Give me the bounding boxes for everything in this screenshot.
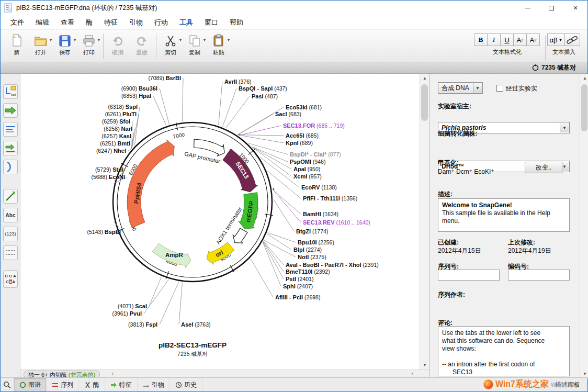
enzyme-site-label[interactable]: (6318) SspI (108, 104, 138, 110)
enzyme-site-label[interactable]: SacI (683) (275, 111, 301, 117)
menu-view[interactable]: 查看 (55, 16, 80, 29)
maximize-button[interactable] (539, 1, 563, 15)
enzyme-site-label[interactable]: (3813) FspI (128, 321, 157, 328)
enzyme-site-label[interactable]: SEC13.REV (1610 .. 1640) (303, 219, 370, 226)
enzyme-site-label[interactable]: AseI (3763) (181, 321, 211, 328)
close-button[interactable]: × (563, 1, 587, 15)
enzyme-site-label[interactable]: (6259) SfoI (102, 118, 130, 125)
tab-sequence[interactable]: 序列 (47, 378, 79, 391)
enzyme-site-label[interactable]: BspQI - SapI (437) (239, 85, 287, 92)
enzyme-site-label[interactable]: BlpI (2274) (293, 247, 322, 253)
enzyme-site-label[interactable]: (5729) StuI (95, 166, 123, 173)
greek-insert-button[interactable]: αβ▼ (547, 33, 565, 46)
enzyme-site-label[interactable]: (6257) KasI (101, 133, 131, 139)
open-dropdown-arrow[interactable]: ▼ (49, 38, 53, 42)
search-button[interactable] (1, 378, 14, 391)
superscript-button[interactable]: A2 (513, 33, 527, 46)
molecule-type-dropdown[interactable]: 合成 DNA▼ (438, 82, 483, 94)
enzyme-site-label[interactable]: PflFI - Tth111I (1356) (303, 195, 357, 201)
enzyme-site-label[interactable]: (3961) PvuI (112, 310, 142, 317)
enzyme-site-label[interactable]: EcoRV (1138) (301, 184, 337, 191)
feature-arrow-pphis4[interactable] (127, 140, 174, 228)
enzyme-site-label[interactable]: PasI (487) (252, 93, 278, 99)
redo-button[interactable]: 重做 (130, 31, 154, 57)
open-button[interactable]: ▼ 打开 (29, 31, 53, 57)
enzyme-site-label[interactable]: (6251) BmtI (100, 140, 130, 147)
menu-primers[interactable]: 引物 (123, 16, 149, 29)
cut-button[interactable]: ▼ 剪切 (159, 31, 183, 57)
canvas-vertical-scrollbar[interactable]: ▲ ▼ (420, 74, 429, 369)
enzyme-site-label[interactable]: Bpu10I (2256) (298, 239, 334, 245)
save-button[interactable]: ▼ 保存 (53, 31, 77, 57)
menu-help[interactable]: 帮助 (224, 16, 249, 29)
tab-history[interactable]: 历史 (170, 378, 202, 391)
enzyme-site-label[interactable]: BtgZI (1774) (296, 228, 328, 234)
italic-button[interactable]: I (487, 33, 501, 46)
edit-annotation-button[interactable] (3, 189, 18, 204)
verified-checkbox-row[interactable]: 经过实验实 (496, 84, 537, 93)
sequence-colors-button[interactable]: C C A C=A (3, 270, 18, 288)
enzyme-site-label[interactable]: (6247) NheI (96, 148, 126, 154)
panel-scrollbar[interactable]: ▲ ▼ (580, 74, 588, 378)
enzyme-site-label[interactable]: Acc65I (685) (286, 132, 319, 139)
undo-button[interactable]: 取消 (106, 31, 130, 57)
verified-checkbox[interactable] (496, 85, 503, 92)
show-features-button[interactable] (3, 103, 18, 118)
enzyme-site-label[interactable]: KpnI (689) (286, 140, 313, 146)
description-box[interactable]: Welcome to SnapGene! This sample file is… (438, 198, 570, 232)
greek-dropdown-arrow[interactable]: ▼ (559, 38, 563, 42)
menu-enzymes[interactable]: 酶 (80, 16, 98, 29)
cut-dropdown-arrow[interactable]: ▼ (178, 38, 183, 42)
menu-tools[interactable]: 工具 (174, 16, 199, 29)
panel-scrollbar-thumb[interactable] (581, 84, 587, 131)
enzyme-site-label[interactable]: BmeT110I (2392) (286, 268, 330, 275)
paste-button[interactable]: ▼ 粘贴 (207, 31, 231, 57)
scroll-down-arrow[interactable]: ▼ (420, 361, 429, 369)
print-button[interactable]: ▼ 打印 (77, 31, 101, 57)
enzyme-site-label[interactable]: (6900) Bsu36I (121, 85, 157, 92)
canvas-scrollbar-thumb[interactable] (421, 84, 428, 121)
enzyme-site-label[interactable]: (6261) PluTI (105, 111, 137, 117)
show-translations-button[interactable] (3, 160, 18, 174)
code-input[interactable] (508, 270, 570, 281)
subscript-button[interactable]: A2 (526, 33, 540, 46)
enzyme-site-label[interactable]: (7089) BsrBI (148, 75, 181, 81)
enzyme-site-label[interactable]: AflIII - PciI (2698) (275, 294, 320, 300)
show-labels-button[interactable]: Abc (3, 208, 18, 222)
tab-primers[interactable]: 引物 (138, 378, 170, 391)
enzyme-site-label[interactable]: Eco53kI (681) (286, 104, 322, 110)
copy-dropdown-arrow[interactable]: ▼ (202, 38, 207, 42)
menu-window[interactable]: 窗口 (199, 16, 224, 29)
bold-button[interactable]: B (474, 33, 488, 46)
change-methylation-button[interactable]: 改变.. (525, 162, 562, 173)
plasmid-map[interactable]: 1000200030004000500060007000GAP promoter… (20, 74, 419, 369)
paste-dropdown-arrow[interactable]: ▼ (227, 38, 231, 42)
enzyme-site-label[interactable]: ApaI (950) (293, 166, 320, 172)
enzyme-site-label[interactable]: (6258) NarI (104, 126, 132, 132)
show-primers-button[interactable] (3, 122, 18, 137)
enzyme-site-label[interactable]: NotI (2375) (298, 254, 326, 260)
enzyme-site-label[interactable]: AvrII (376) (224, 79, 251, 85)
show-enzymes-button[interactable]: salt (3, 84, 18, 99)
feature-arrow-aox1-terminator[interactable] (233, 228, 247, 243)
menu-actions[interactable]: 行动 (149, 16, 174, 29)
menu-features[interactable]: 特征 (98, 16, 123, 29)
enzyme-site-label[interactable]: PstI (2401) (286, 276, 313, 282)
copy-button[interactable]: ▼ 复制 (183, 31, 207, 57)
enzyme-site-label[interactable]: BamHI (1634) (303, 211, 338, 217)
tab-map[interactable]: 图谱 (14, 378, 47, 391)
save-dropdown-arrow[interactable]: ▼ (73, 38, 77, 42)
print-dropdown-arrow[interactable]: ▼ (97, 38, 101, 42)
serial-input[interactable] (438, 270, 500, 281)
enzyme-site-label[interactable]: (6853) HpaI (121, 93, 151, 99)
menu-file[interactable]: 文件 (5, 16, 30, 29)
tab-features[interactable]: 特征 (105, 378, 138, 391)
primer-mark[interactable] (274, 188, 274, 190)
comments-box[interactable]: Use the tabs at the lower left to see wh… (438, 326, 570, 376)
underline-button[interactable]: U (500, 33, 514, 46)
new-button[interactable]: 新 (5, 31, 29, 57)
panel-scroll-up-arrow[interactable]: ▲ (580, 74, 588, 83)
link-insert-button[interactable] (564, 33, 580, 46)
enzyme-site-label[interactable]: XcmI (957) (293, 173, 322, 180)
enzyme-site-label[interactable]: SphI (2407) (283, 283, 313, 289)
